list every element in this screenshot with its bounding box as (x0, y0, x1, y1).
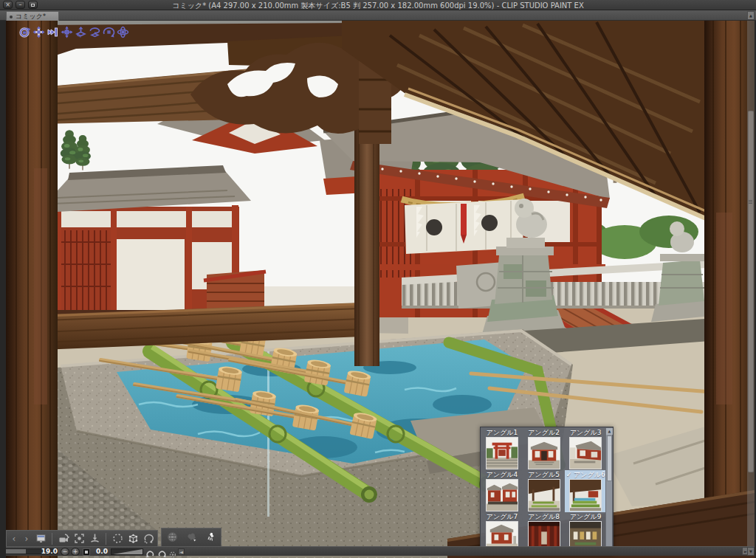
canvas-3d-scene[interactable] (6, 21, 755, 558)
angle-thumbnail (486, 479, 518, 512)
angle-item-5[interactable]: アングル5 (523, 470, 565, 512)
angle-thumbnail (528, 437, 560, 469)
camera-dolly-icon[interactable] (47, 26, 59, 38)
camera-angle-icon[interactable] (58, 533, 69, 545)
next-angle-icon[interactable]: › (22, 533, 31, 545)
drop-to-ground-icon[interactable] (89, 533, 100, 545)
object-lift-icon[interactable] (75, 26, 87, 38)
tab-bar: コミック* (0, 10, 756, 21)
object-turn-y-icon[interactable] (89, 26, 101, 38)
angle-item-2[interactable]: アングル2 (523, 428, 565, 470)
zoom-value: 19.0 (30, 548, 58, 555)
zoom-out-icon[interactable]: − (61, 548, 69, 556)
object-mode-cube-icon[interactable] (127, 533, 139, 545)
object-rotate-icon[interactable] (103, 26, 115, 38)
object-move-icon[interactable] (61, 26, 73, 38)
display-settings-icon[interactable] (35, 533, 47, 545)
scrollbar-thumb[interactable] (607, 435, 612, 481)
collapse-icon[interactable]: ◄ (178, 548, 185, 555)
angle-preset-panel: アングル1 アングル2 アングル3 アングル4 アングル5 ✓ アングル6 アン… (480, 427, 614, 555)
rotation-slider[interactable] (111, 548, 143, 555)
center-focus-icon[interactable] (73, 533, 85, 545)
material-sphere-icon[interactable] (166, 531, 178, 543)
camera-orbit-icon[interactable] (18, 26, 31, 38)
reset-view-icon[interactable] (168, 548, 177, 558)
actual-size-icon[interactable] (83, 548, 90, 556)
zoom-in-icon[interactable]: + (71, 548, 80, 556)
angle-thumbnail (569, 479, 602, 512)
title-bar: × – コミック* (A4 297.00 x 210.00mm 製本サイズ:B5… (0, 0, 756, 10)
status-bar: 19.0 − + 0.0 ◄ (0, 546, 756, 556)
vertical-scrollbar[interactable] (747, 21, 755, 546)
angle-panel-scrollbar[interactable]: ▲ ▼ (605, 428, 612, 555)
angle-thumbnail (486, 437, 518, 469)
scroll-up-icon[interactable]: ▲ (747, 11, 755, 20)
camera-pan-icon[interactable] (32, 26, 45, 38)
angle-item-3[interactable]: アングル3 (565, 428, 606, 470)
check-icon: ✓ (566, 471, 572, 478)
camera-toolbar: ‹ › (6, 530, 158, 547)
rotate-mode-icon[interactable] (142, 533, 154, 545)
window-frame (0, 10, 6, 558)
scrollbar-thumb[interactable] (748, 111, 754, 472)
scroll-up-icon[interactable]: ▲ (606, 428, 613, 435)
window-title: コミック* (A4 297.00 x 210.00mm 製本サイズ:B5 判 2… (0, 1, 756, 11)
angle-item-6-selected[interactable]: ✓ アングル6 (565, 470, 606, 512)
selection-outline-icon[interactable] (111, 533, 123, 545)
angle-item-1[interactable]: アングル1 (481, 428, 523, 470)
rotate-right-icon[interactable] (157, 548, 166, 558)
rotation-value: 0.0 (92, 548, 108, 555)
scroll-down-icon[interactable]: ▼ (747, 547, 755, 556)
pose-icon[interactable] (185, 531, 197, 543)
angle-thumbnail (569, 437, 602, 469)
prev-angle-icon[interactable]: ‹ (10, 533, 18, 545)
light-source-icon[interactable] (205, 531, 216, 543)
tab-label: コミック* (16, 13, 46, 20)
tab-comic[interactable]: コミック* (6, 11, 59, 21)
scrollbar-grip-icon (749, 200, 752, 204)
angle-thumbnail (528, 479, 560, 512)
rotate-left-icon[interactable] (146, 548, 155, 558)
object-launcher (18, 26, 129, 38)
angle-item-4[interactable]: アングル4 (481, 470, 523, 512)
material-toolbar (161, 528, 221, 547)
modified-dot-icon (10, 16, 13, 18)
object-ground-snap-icon[interactable] (117, 26, 129, 38)
